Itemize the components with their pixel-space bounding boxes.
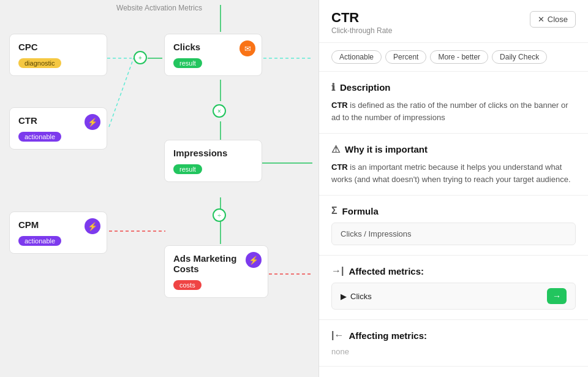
diagram-panel: Website Activation Metrics CPC diagn (0, 0, 318, 377)
connecting-section: ⇌ Connecting metrics: none (319, 367, 588, 377)
warning-icon: ⚠ (331, 143, 340, 155)
why-section: ⚠ Why it is important CTR is an importan… (319, 134, 588, 196)
tag-actionable: Actionable (331, 50, 382, 64)
affecting-heading: Affecting metrics: (349, 330, 427, 341)
impressions-badge: result (173, 164, 202, 174)
tag-percent: Percent (385, 50, 426, 64)
cursor-icon: ▶ (341, 292, 347, 301)
why-body: is an important metric because it helps … (331, 162, 571, 184)
affected-heading: Affected metrics: (349, 266, 424, 276)
node-div: ÷ (213, 208, 226, 222)
affected-icon: →| (331, 265, 344, 276)
node-x: × (213, 104, 226, 118)
affected-navigate-button[interactable]: → (547, 288, 567, 304)
panel-title: CTR (331, 11, 392, 25)
panel-header: CTR Click-through Rate ✕ Close (319, 0, 588, 43)
svg-line-4 (109, 58, 134, 127)
affected-item-clicks[interactable]: ▶ Clicks → (331, 283, 576, 310)
costs-icon: ⚡ (246, 252, 262, 268)
sigma-icon: Σ (331, 205, 337, 216)
why-heading: Why it is important (345, 144, 428, 154)
affecting-none: none (331, 347, 576, 356)
detail-panel: CTR Click-through Rate ✕ Close Actionabl… (318, 0, 588, 377)
why-prefix: CTR (331, 162, 348, 172)
description-header: ℹ Description (331, 82, 576, 93)
affected-item-clicks-label: Clicks (350, 292, 372, 301)
card-clicks[interactable]: Clicks ✉ result (164, 34, 262, 76)
info-icon: ℹ (331, 82, 335, 93)
close-label: Close (548, 15, 568, 24)
card-impressions[interactable]: Impressions result (164, 140, 262, 182)
panel-title-block: CTR Click-through Rate (331, 11, 392, 35)
card-costs[interactable]: Ads Marketing Costs ⚡ costs (164, 245, 268, 298)
card-cpc[interactable]: CPC diagnostic (9, 34, 107, 76)
costs-badge: costs (173, 280, 202, 290)
tag-daily-check: Daily Check (492, 50, 547, 64)
close-button[interactable]: ✕ Close (530, 11, 576, 28)
affected-section: →| Affected metrics: ▶ Clicks → (319, 256, 588, 320)
clicks-badge: result (173, 58, 202, 68)
description-heading: Description (340, 82, 391, 93)
affected-item-label: ▶ Clicks (341, 292, 372, 301)
ctr-icon: ⚡ (85, 114, 100, 130)
node-plus: + (134, 51, 147, 64)
affecting-icon: |← (331, 330, 344, 341)
affecting-section: |← Affecting metrics: none (319, 320, 588, 367)
cpm-badge: actionable (18, 236, 61, 246)
description-text: CTR is defined as the ratio of the numbe… (331, 99, 576, 123)
tags-row: Actionable Percent More - better Daily C… (319, 43, 588, 72)
impressions-title: Impressions (173, 148, 253, 158)
panel-body: ℹ Description CTR is defined as the rati… (319, 72, 588, 377)
affecting-header: |← Affecting metrics: (331, 330, 576, 341)
formula-header: Σ Formula (331, 205, 576, 216)
ctr-badge: actionable (18, 132, 61, 142)
clicks-icon: ✉ (239, 40, 255, 56)
cpc-title: CPC (18, 42, 98, 52)
cpc-badge: diagnostic (18, 58, 61, 68)
why-text: CTR is an important metric because it he… (331, 161, 576, 185)
diagram-title: Website Activation Metrics (116, 4, 202, 12)
formula-box: Clicks / Impressions (331, 223, 576, 245)
card-ctr[interactable]: CTR ⚡ actionable (9, 107, 107, 150)
formula-section: Σ Formula Clicks / Impressions (319, 196, 588, 256)
why-header: ⚠ Why it is important (331, 143, 576, 155)
affected-header: →| Affected metrics: (331, 265, 576, 276)
description-section: ℹ Description CTR is defined as the rati… (319, 72, 588, 134)
panel-subtitle: Click-through Rate (331, 26, 392, 35)
close-x-icon: ✕ (538, 15, 545, 24)
formula-heading: Formula (342, 206, 379, 216)
cpm-icon: ⚡ (85, 218, 100, 234)
description-body: is defined as the ratio of the number of… (331, 101, 568, 122)
card-cpm[interactable]: CPM ⚡ actionable (9, 211, 107, 254)
description-prefix: CTR (331, 101, 348, 110)
tag-more-better: More - better (430, 50, 488, 64)
